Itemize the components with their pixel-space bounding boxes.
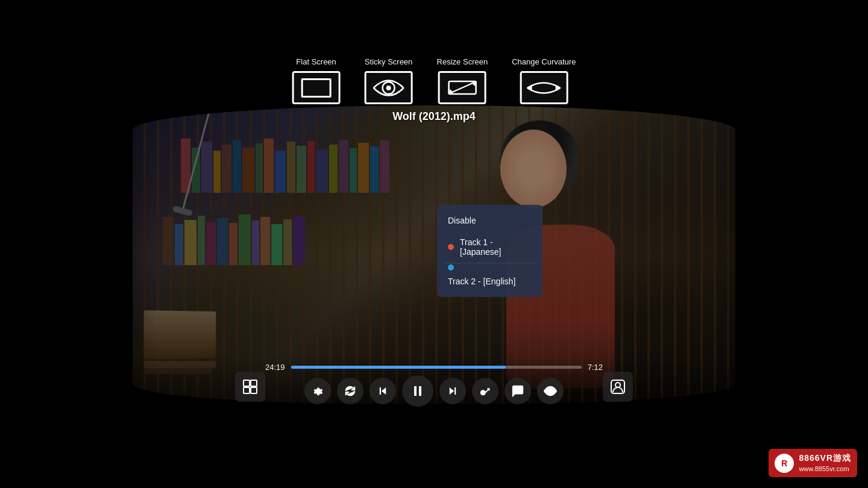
sticky-screen-icon-box <box>365 71 413 104</box>
track1-label: Track 1 - [Japanese] <box>460 237 532 257</box>
svg-rect-13 <box>251 380 257 386</box>
svg-rect-21 <box>454 387 456 395</box>
svg-point-28 <box>549 389 552 393</box>
sticky-screen-button[interactable]: Sticky Screen <box>365 57 413 104</box>
watermark-brand: 8866VR游戏 <box>799 452 851 465</box>
view-icon <box>544 384 557 398</box>
resize-screen-svg <box>445 77 479 98</box>
resize-screen-label: Resize Screen <box>437 57 488 66</box>
play-pause-button[interactable] <box>402 375 433 407</box>
disable-track-item[interactable]: Disable <box>437 210 542 231</box>
track1-item[interactable]: Track 1 - [Japanese] <box>437 231 542 263</box>
svg-marker-20 <box>450 387 454 395</box>
watermark-text: 8866VR游戏 www.8855vr.com <box>799 452 851 474</box>
svg-rect-18 <box>414 386 417 396</box>
controls-row <box>265 375 603 407</box>
prev-icon <box>377 386 388 396</box>
svg-rect-17 <box>380 387 381 395</box>
change-curvature-icon-box <box>520 71 568 104</box>
loop-button[interactable] <box>337 378 363 404</box>
remaining-time: 7:12 <box>588 363 603 372</box>
watermark-url: www.8855vr.com <box>799 465 851 474</box>
player-controls: 24:19 7:12 <box>265 363 603 407</box>
next-button[interactable] <box>439 378 466 404</box>
svg-rect-15 <box>251 387 257 393</box>
current-time: 24:19 <box>265 363 285 372</box>
person-button[interactable] <box>603 372 633 402</box>
flat-screen-button[interactable]: Flat Screen <box>292 57 341 104</box>
change-curvature-label: Change Curvature <box>512 57 576 66</box>
view-button[interactable] <box>537 378 564 404</box>
key-icon <box>479 384 492 398</box>
sticky-screen-label: Sticky Screen <box>365 57 412 66</box>
svg-line-7 <box>449 82 475 93</box>
svg-marker-16 <box>382 387 386 395</box>
audio-track-menu[interactable]: Disable Track 1 - [Japanese] Track 2 - [… <box>437 205 542 297</box>
watermark-logo: R <box>775 454 794 473</box>
resize-screen-icon-box <box>438 71 486 104</box>
lock-button[interactable] <box>472 378 498 404</box>
svg-point-1 <box>386 86 391 90</box>
track2-item[interactable]: Track 2 - [English] <box>437 271 542 292</box>
loop-icon <box>344 384 357 398</box>
svg-rect-14 <box>244 387 250 393</box>
video-title: Wolf (2012).mp4 <box>392 110 476 123</box>
disable-track-label: Disable <box>448 216 476 225</box>
toolbar: Flat Screen Sticky Screen Resize Screen <box>292 57 576 104</box>
resize-screen-button[interactable]: Resize Screen <box>437 57 488 104</box>
next-icon <box>447 386 458 396</box>
flat-screen-icon <box>292 71 341 104</box>
svg-line-24 <box>489 389 490 390</box>
settings-icon <box>311 384 324 398</box>
subtitle-button[interactable] <box>505 378 531 404</box>
svg-point-22 <box>481 390 485 395</box>
settings-button[interactable] <box>304 378 331 404</box>
prev-button[interactable] <box>370 378 396 404</box>
person-icon-svg <box>610 379 626 395</box>
playlist-icon-svg <box>242 379 258 395</box>
curvature-svg <box>524 77 564 99</box>
track1-dot <box>448 244 454 250</box>
track2-indicator-row <box>437 263 542 271</box>
watermark-logo-text: R <box>781 458 787 468</box>
svg-rect-19 <box>419 386 421 396</box>
track2-label: Track 2 - [English] <box>448 277 515 286</box>
flat-screen-shape <box>301 78 332 98</box>
svg-line-25 <box>488 388 489 389</box>
pause-icon <box>410 384 425 398</box>
svg-rect-12 <box>244 380 250 386</box>
watermark: R 8866VR游戏 www.8855vr.com <box>769 449 857 477</box>
subtitle-icon <box>511 384 524 398</box>
playlist-button[interactable] <box>235 372 265 402</box>
progress-fill <box>291 366 506 369</box>
track2-dot <box>448 264 454 271</box>
flat-screen-label: Flat Screen <box>296 57 336 66</box>
progress-row: 24:19 7:12 <box>265 363 603 372</box>
sticky-screen-svg <box>371 76 407 100</box>
change-curvature-button[interactable]: Change Curvature <box>512 57 576 104</box>
svg-point-30 <box>615 383 620 387</box>
progress-bar[interactable] <box>291 366 582 369</box>
